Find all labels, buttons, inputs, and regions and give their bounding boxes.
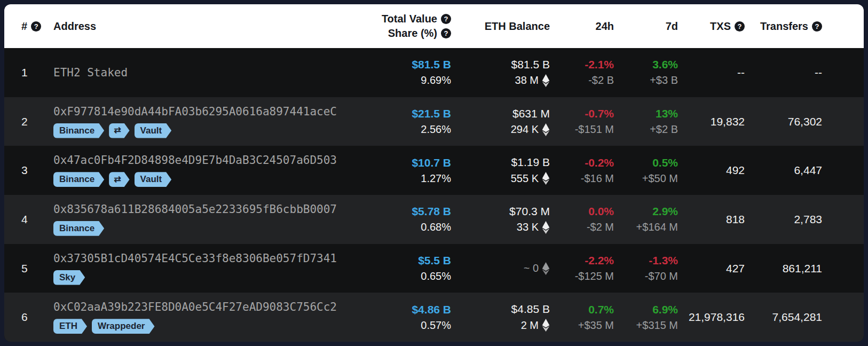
change-24h-cell: 0.0% -$2 M	[550, 195, 614, 244]
address-cell: 0xC02aaA39b223FE8D0A0e5C4F27eAD9083C756C…	[53, 293, 357, 342]
txs-help-icon[interactable]: ?	[735, 21, 745, 32]
txs-count: --	[737, 66, 745, 79]
address-tag[interactable]: Sky	[53, 270, 85, 285]
address-cell: 0x835678a611B28684005a5e2233695fB6cbbB00…	[53, 195, 357, 244]
change-24h-cell: 0.7% +$35 M	[550, 293, 614, 342]
txs-cell: 818	[678, 195, 745, 244]
address-tag[interactable]: Binance	[53, 123, 104, 138]
txs-header-label: TXS	[710, 20, 731, 33]
txs-cell: 427	[678, 244, 745, 293]
total-value: $10.7 B	[412, 156, 451, 169]
header-total-value: Total Value ? Share (%) ?	[357, 4, 451, 48]
eth-balance-cell: $1.19 B 555 K	[451, 146, 550, 195]
eth-balance-amount: 294 K	[511, 123, 550, 136]
address-tag[interactable]: Wrappeder	[92, 319, 155, 334]
address-link[interactable]: 0x47ac0Fb4F2D84898e4D9E7b4DaB3C24507a6D5…	[53, 154, 337, 167]
header-address: Address	[53, 4, 357, 48]
change-7d-percent: 6.9%	[652, 303, 678, 316]
header-txs: TXS ?	[678, 4, 745, 48]
address-tag[interactable]: Binance	[53, 221, 104, 236]
change-7d-usd: -$70 M	[645, 270, 678, 282]
total-value-cell: $4.86 B 0.57%	[357, 293, 451, 342]
eth-balance-amount: 2 M	[521, 319, 550, 332]
change-24h-usd: -$151 M	[575, 123, 614, 136]
change-24h-percent: 0.7%	[588, 303, 614, 316]
table-row[interactable]: 2 0xF977814e90dA44bFA03b6295A0616a897441…	[4, 97, 864, 146]
header-eth-balance: ETH Balance	[451, 4, 550, 48]
table-row[interactable]: 6 0xC02aaA39b223FE8D0A0e5C4F27eAD9083C75…	[4, 293, 864, 342]
transfers-header-label: Transfers	[760, 20, 808, 33]
change-24h-cell: -2.2% -$125 M	[550, 244, 614, 293]
change-24h-percent: 0.0%	[588, 205, 614, 218]
change-24h-percent: -2.2%	[585, 254, 614, 267]
transfers-count: 7,654,281	[772, 311, 822, 324]
total-value-cell: $5.5 B 0.65%	[357, 244, 451, 293]
table-row[interactable]: 5 0x37305B1cD40574E4C5Ce33f8e8306Be057fD…	[4, 244, 864, 293]
total-value-help-icon[interactable]: ?	[441, 14, 451, 24]
eth-balance-usd: $4.85 B	[511, 303, 550, 316]
rank-value: 4	[21, 213, 28, 226]
rank-cell: 1	[21, 48, 53, 97]
table-row[interactable]: 3 0x47ac0Fb4F2D84898e4D9E7b4DaB3C24507a6…	[4, 146, 864, 195]
address-link[interactable]: 0xC02aaA39b223FE8D0A0e5C4F27eAD9083C756C…	[53, 301, 337, 313]
address-tag[interactable]: Binance	[53, 172, 104, 187]
change-24h-usd: -$125 M	[575, 270, 614, 282]
table-row[interactable]: 1 ETH2 Staked $81.5 B 9.69% $81.5 B 38 M	[4, 48, 864, 97]
swap-icon[interactable]: ⇄	[109, 123, 129, 138]
address-tag[interactable]: Vault	[135, 123, 172, 138]
eth-balance-usd: $70.3 M	[509, 205, 550, 218]
address-tag[interactable]: ETH	[53, 319, 87, 334]
share-help-icon[interactable]: ?	[441, 28, 451, 38]
eth-balance-amount: 555 K	[511, 172, 550, 185]
change-7d-cell: 2.9% +$164 M	[614, 195, 678, 244]
transfers-help-icon[interactable]: ?	[812, 21, 822, 32]
transfers-cell: 7,654,281	[745, 293, 822, 342]
eth-balance-cell: $4.85 B 2 M	[451, 293, 550, 342]
swap-icon[interactable]: ⇄	[109, 172, 129, 187]
share-percent: 1.27%	[421, 172, 451, 185]
address-cell: 0x47ac0Fb4F2D84898e4D9E7b4DaB3C24507a6D5…	[53, 146, 357, 195]
txs-count: 818	[726, 213, 745, 226]
address-link[interactable]: ETH2 Staked	[53, 66, 128, 79]
share-header-label: Share (%)	[388, 27, 437, 40]
txs-count: 21,978,316	[689, 311, 745, 324]
header-24h: 24h	[550, 4, 614, 48]
share-percent: 0.57%	[421, 319, 451, 332]
rank-help-icon[interactable]: ?	[31, 21, 41, 32]
eth-balance-amount: ~ 0	[524, 262, 550, 275]
change-7d-percent: 2.9%	[652, 205, 678, 218]
change-7d-usd: +$2 B	[650, 123, 678, 136]
address-tag[interactable]: Vault	[135, 172, 172, 187]
total-value: $4.86 B	[412, 303, 451, 316]
table-row[interactable]: 4 0x835678a611B28684005a5e2233695fB6cbbB…	[4, 195, 864, 244]
h24-header-label: 24h	[596, 20, 614, 33]
address-link[interactable]: 0xF977814e90dA44bFA03b6295A0616a897441ac…	[53, 105, 337, 118]
change-7d-percent: -1.3%	[649, 254, 678, 267]
total-value-cell: $81.5 B 9.69%	[357, 48, 451, 97]
change-24h-usd: -$2 M	[587, 221, 614, 233]
address-tags: Sky	[53, 270, 85, 285]
change-24h-usd: +$35 M	[578, 319, 614, 332]
d7-header-label: 7d	[666, 20, 678, 33]
total-value: $5.5 B	[418, 254, 451, 267]
header-7d: 7d	[614, 4, 678, 48]
address-tags: Binance⇄Vault	[53, 172, 171, 187]
change-7d-cell: 13% +$2 B	[614, 97, 678, 146]
transfers-count: 2,783	[794, 213, 822, 226]
address-link[interactable]: 0x37305B1cD40574E4C5Ce33f8e8306Be057fD73…	[53, 252, 337, 265]
address-link[interactable]: 0x835678a611B28684005a5e2233695fB6cbbB00…	[53, 203, 337, 216]
change-24h-usd: -$2 B	[588, 74, 614, 86]
share-percent: 9.69%	[421, 74, 451, 86]
total-value-cell: $21.5 B 2.56%	[357, 97, 451, 146]
change-7d-cell: 0.5% +$50 M	[614, 146, 678, 195]
change-24h-percent: -0.7%	[585, 107, 614, 120]
share-percent: 2.56%	[421, 123, 451, 136]
ethereum-diamond-icon	[542, 319, 550, 332]
rank-cell: 2	[21, 97, 53, 146]
eth-balance-usd: $81.5 B	[511, 58, 550, 71]
address-tags: Binance	[53, 221, 104, 236]
total-value: $81.5 B	[412, 58, 451, 71]
change-7d-percent: 0.5%	[652, 156, 678, 169]
ethereum-diamond-icon	[542, 221, 550, 234]
change-24h-usd: -$16 M	[581, 172, 614, 185]
